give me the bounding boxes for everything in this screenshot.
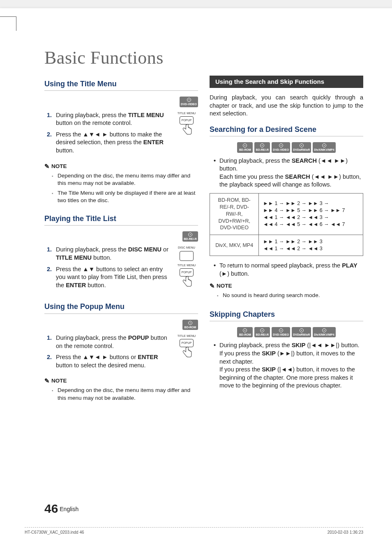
table-cell-label: BD-ROM, BD-RE/-R, DVD-RW/-R, DVD+RW/+R, … [210, 193, 259, 235]
step-item: During playback, press the POPUP button … [53, 334, 171, 350]
imprint-file: HT-C6730W_XAC_0203.indd 46 [25, 530, 84, 535]
subhead-skipping: Skipping Chapters [210, 309, 363, 321]
disc-badge: DVD±RW/±R [292, 142, 311, 152]
imprint-line: HT-C6730W_XAC_0203.indd 46 2010-02-03 1:… [25, 527, 363, 535]
note-heading: ✎NOTE [44, 162, 198, 171]
topic-bar: Using the Search and Skip Functions [210, 76, 363, 88]
disc-badge: DivX/MKV/MP4 [313, 142, 335, 152]
hand-icon [180, 275, 194, 289]
bullet-list: To return to normal speed playback, pres… [210, 262, 363, 278]
disc-badge: DVD±RW/±R [292, 327, 311, 337]
subhead-searching: Searching for a Desired Scene [210, 124, 363, 136]
disc-badge: BD-RE/-R [254, 327, 270, 337]
note-list: Depending on the disc, the menu items ma… [44, 387, 198, 401]
remote-figure: TITLE MENU POPUP [175, 111, 198, 137]
table-cell-label: DivX, MKV, MP4 [210, 235, 259, 256]
subhead-popup-menu: Using the Popup Menu [44, 302, 198, 313]
subhead-title-list: Playing the Title List [44, 214, 198, 226]
step-list: During playback, press the TITLE MENU bu… [44, 111, 171, 155]
hand-icon [180, 123, 194, 137]
bullet-item: During playback, press the SEARCH (◄◄ ►►… [214, 157, 363, 189]
disc-badge: BD-RE/-R [182, 231, 198, 242]
intro-paragraph: During playback, you can search quickly … [210, 94, 363, 118]
page-number: 46 [44, 502, 58, 515]
step-item: Press the ▲▼ buttons to select an entry … [53, 265, 171, 290]
table-cell-values: ►► 1 → ►► 2 → ►► 3 → ►► 4 → ►► 5 → ►► 6 … [259, 193, 363, 235]
subhead-title-menu: Using the Title Menu [44, 79, 198, 91]
pencil-icon: ✎ [210, 282, 215, 290]
imprint-date: 2010-02-03 1:36:23 [327, 530, 363, 535]
left-column: Using the Title Menu DVD-VIDEO During pl… [44, 76, 198, 404]
step-item: During playback, press the TITLE MENU bu… [53, 111, 171, 127]
disc-badge: BD-ROM [237, 327, 253, 337]
note-item: Depending on the disc, the menu items ma… [52, 172, 198, 187]
hand-icon [180, 346, 194, 360]
remote-figure: TITLE MENU POPUP [175, 334, 198, 360]
step-list: During playback, press the POPUP button … [44, 334, 171, 369]
disc-badge: DVD-VIDEO [272, 327, 290, 337]
table-cell-values: ►► 1 → ►► 2 → ►► 3 ◄◄ 1 → ◄◄ 2 → ◄◄ 3 [259, 235, 363, 256]
note-item: Depending on the disc, the menu items ma… [52, 387, 198, 401]
disc-badge: BD-RE/-R [254, 142, 270, 152]
bullet-list: During playback, press the SEARCH (◄◄ ►►… [210, 157, 363, 189]
manual-page: Basic Functions Using the Title Menu DVD… [0, 8, 392, 537]
note-list: No sound is heard during search mode. [210, 292, 363, 299]
disc-menu-button-icon [180, 251, 194, 261]
speed-table: BD-ROM, BD-RE/-R, DVD-RW/-R, DVD+RW/+R, … [210, 193, 363, 256]
page-footer: 46 English [44, 502, 78, 516]
step-item: During playback, press the DISC MENU or … [53, 246, 171, 262]
pencil-icon: ✎ [44, 377, 50, 385]
bullet-list: During playback, press the SKIP (|◄◄ ►►|… [210, 341, 363, 389]
disc-badge: DivX/MKV/MP4 [313, 327, 335, 337]
note-item: No sound is heard during search mode. [217, 292, 363, 299]
chapter-title: Basic Functions [44, 47, 363, 68]
step-item: Press the ▲▼◄ ► buttons or ENTER button … [53, 353, 171, 369]
disc-badge: DVD-VIDEO [272, 142, 290, 152]
bullet-item: To return to normal speed playback, pres… [214, 262, 363, 278]
crop-mark [0, 16, 16, 31]
note-heading: ✎NOTE [44, 377, 198, 385]
bullet-item: During playback, press the SKIP (|◄◄ ►►|… [214, 341, 363, 389]
right-column: Using the Search and Skip Functions Duri… [210, 76, 363, 404]
remote-figure: DISC MENU TITLE MENU POPUP [175, 246, 198, 288]
disc-badge: DVD-VIDEO [180, 97, 198, 107]
note-list: Depending on the disc, the menu items ma… [44, 172, 198, 205]
disc-badge: BD-ROM [237, 142, 253, 152]
step-list: During playback, press the DISC MENU or … [44, 246, 171, 289]
step-item: Press the ▲▼◄ ► buttons to make the desi… [53, 131, 171, 155]
disc-badge: BD-ROM [182, 320, 198, 330]
note-item: The Title Menu will only be displayed if… [52, 189, 198, 204]
note-heading: ✎NOTE [210, 282, 363, 290]
page-language: English [60, 506, 78, 512]
pencil-icon: ✎ [44, 162, 50, 171]
